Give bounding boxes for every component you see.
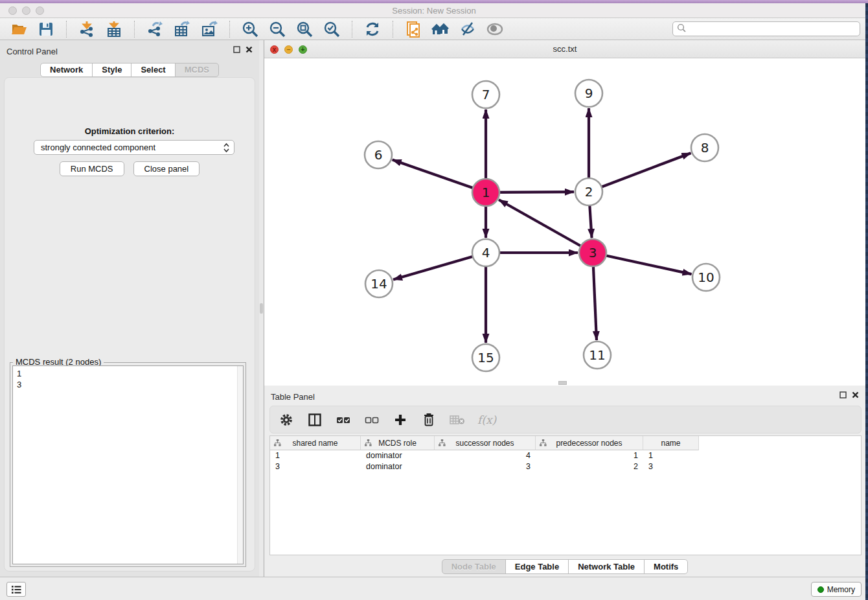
- table-cell[interactable]: 3: [270, 461, 361, 472]
- memory-status-icon: [817, 586, 824, 593]
- export-network-icon[interactable]: [145, 19, 165, 39]
- unselect-all-icon[interactable]: [363, 411, 380, 428]
- graph-node-label: 10: [698, 270, 714, 285]
- tab-select[interactable]: Select: [131, 63, 175, 77]
- float-table-panel-icon[interactable]: [839, 391, 847, 398]
- delete-column-icon[interactable]: [420, 411, 437, 428]
- tab-motifs[interactable]: Motifs: [644, 559, 688, 574]
- toolbar-separator: [66, 21, 67, 38]
- graph-node-label: 3: [589, 245, 597, 260]
- column-header-successor-nodes[interactable]: successor nodes: [435, 436, 536, 450]
- toolbar-separator: [134, 21, 135, 38]
- graph-edge-2-8[interactable]: [589, 153, 691, 192]
- table-cell[interactable]: dominator: [361, 450, 435, 461]
- table-row[interactable]: 1dominator411: [270, 450, 861, 461]
- table-toolbar: f(x): [269, 406, 862, 433]
- graph-edge-1-6[interactable]: [393, 160, 486, 192]
- search-input[interactable]: [686, 23, 860, 35]
- table-row[interactable]: 3dominator323: [270, 461, 861, 472]
- column-header-shared-name[interactable]: shared name: [270, 436, 361, 450]
- memory-button[interactable]: Memory: [811, 582, 862, 597]
- mcds-result-textarea[interactable]: 1 3: [12, 365, 244, 564]
- horizontal-splitter-handle[interactable]: [558, 381, 567, 385]
- tab-network[interactable]: Network: [40, 63, 93, 77]
- function-builder-icon[interactable]: f(x): [477, 411, 496, 428]
- export-image-icon[interactable]: [200, 19, 219, 39]
- toolbar-separator: [352, 21, 352, 38]
- tab-edge-table[interactable]: Edge Table: [505, 559, 569, 574]
- save-session-icon[interactable]: [36, 19, 56, 39]
- zoom-fit-icon[interactable]: [295, 19, 314, 39]
- open-file-icon[interactable]: [9, 19, 29, 39]
- control-panel-tabs: NetworkStyleSelectMCDS: [0, 63, 259, 77]
- close-table-panel-icon[interactable]: [852, 391, 859, 398]
- vertical-splitter[interactable]: [259, 40, 264, 577]
- zoom-selected-icon[interactable]: [322, 19, 341, 39]
- select-all-icon[interactable]: [335, 411, 352, 428]
- zoom-out-icon[interactable]: [268, 19, 287, 39]
- delete-table-icon[interactable]: [449, 411, 466, 428]
- desktop-wallpaper-right: [865, 3, 868, 600]
- column-header-name[interactable]: name: [643, 436, 699, 450]
- graph-node-label: 1: [482, 185, 490, 200]
- hide-graphics-icon[interactable]: [458, 19, 477, 39]
- table-cell[interactable]: 3: [435, 461, 536, 472]
- toolbar-separator: [393, 21, 393, 38]
- table-panel: Table Panel: [264, 386, 865, 577]
- task-history-button[interactable]: [6, 582, 26, 597]
- network-from-file-icon[interactable]: [404, 19, 423, 39]
- network-canvas[interactable]: 7968124314101511: [264, 58, 865, 384]
- graph-node-label: 6: [374, 147, 383, 163]
- table-panel-title: Table Panel: [271, 392, 315, 402]
- table-cell[interactable]: 2: [536, 461, 643, 472]
- tab-node-table[interactable]: Node Table: [442, 559, 506, 574]
- network-window: x – + scc.txt 7968124314101511: [264, 40, 865, 386]
- criterion-dropdown[interactable]: strongly connected component: [34, 140, 234, 155]
- graph-edge-3-1[interactable]: [499, 200, 593, 253]
- show-all-networks-icon[interactable]: [431, 19, 450, 39]
- mcds-tab-content: Optimization criterion: strongly connect…: [4, 77, 255, 571]
- table-cell[interactable]: 3: [643, 461, 699, 472]
- table-cell[interactable]: 1: [643, 450, 699, 461]
- run-mcds-button[interactable]: Run MCDS: [60, 161, 124, 176]
- eye-icon[interactable]: [485, 19, 505, 39]
- close-panel-button[interactable]: Close panel: [133, 161, 200, 176]
- column-view-icon[interactable]: [306, 411, 323, 428]
- network-window-titlebar[interactable]: x – + scc.txt: [264, 40, 865, 58]
- memory-label: Memory: [827, 585, 855, 594]
- application-window: Session: New Session: [0, 0, 868, 600]
- float-panel-icon[interactable]: [233, 46, 240, 53]
- tab-mcds[interactable]: MCDS: [175, 63, 219, 77]
- graph-edge-4-14[interactable]: [393, 253, 486, 280]
- search-field[interactable]: [672, 21, 860, 36]
- criterion-value: strongly connected component: [41, 143, 155, 152]
- graph-node-label: 9: [585, 86, 593, 101]
- optimization-criterion-label: Optimization criterion:: [5, 126, 255, 136]
- import-network-icon[interactable]: [77, 19, 97, 39]
- graph-node-label: 14: [371, 276, 387, 292]
- graph-node-label: 8: [701, 140, 709, 156]
- add-column-icon[interactable]: [392, 411, 409, 428]
- column-header-predecessor-nodes[interactable]: predecessor nodes: [536, 436, 643, 450]
- result-scrollbar[interactable]: [237, 366, 243, 564]
- table-cell[interactable]: 4: [435, 450, 536, 461]
- gear-icon[interactable]: [278, 411, 295, 428]
- graph-edge-3-10[interactable]: [593, 253, 692, 274]
- export-table-icon[interactable]: [172, 19, 192, 39]
- table-cell[interactable]: 1: [270, 450, 361, 461]
- zoom-in-icon[interactable]: [240, 19, 260, 39]
- import-table-icon[interactable]: [104, 19, 124, 39]
- column-header-MCDS-role[interactable]: MCDS role: [361, 436, 435, 450]
- splitter-grab-handle[interactable]: [260, 303, 263, 314]
- tab-network-table[interactable]: Network Table: [568, 559, 645, 574]
- close-panel-icon[interactable]: [246, 46, 253, 53]
- graph-node-label: 15: [477, 350, 494, 365]
- refresh-icon[interactable]: [363, 19, 382, 39]
- search-icon: [677, 23, 686, 35]
- node-table[interactable]: shared nameMCDS rolesuccessor nodesprede…: [269, 435, 862, 555]
- tab-style[interactable]: Style: [92, 63, 131, 77]
- table-cell[interactable]: dominator: [361, 461, 435, 472]
- table-body: 1dominator4113dominator323: [270, 450, 861, 472]
- window-title: Session: New Session: [0, 3, 868, 18]
- table-cell[interactable]: 1: [536, 450, 643, 461]
